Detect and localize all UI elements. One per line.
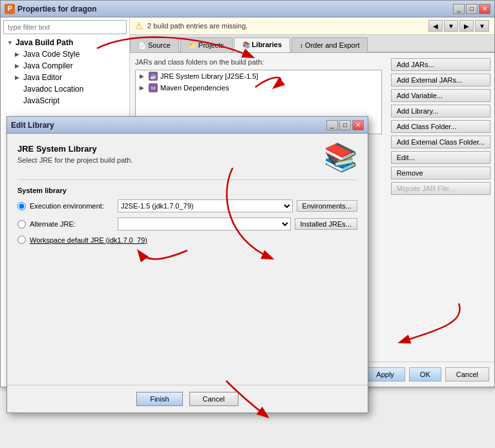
sidebar-label-javascript: JavaScript	[23, 96, 59, 105]
dialog-body: JRE System Library Select JRE for the pr…	[7, 134, 368, 385]
projects-tab-icon: 📁	[189, 42, 196, 49]
edit-library-dialog: Edit Library _ □ ✕ JRE System Library Se…	[6, 116, 368, 413]
sidebar-label-java-compiler: Java Compiler	[23, 61, 73, 70]
tab-order-export[interactable]: ↕ Order and Export	[291, 37, 368, 52]
remove-button[interactable]: Remove	[391, 167, 490, 179]
tab-source[interactable]: 📄 Source	[130, 37, 179, 52]
migrate-jar-button[interactable]: Migrate JAR File...	[391, 182, 490, 195]
tab-order-label: Order and Export	[305, 41, 359, 49]
alternate-jre-label: Alternate JRE:	[30, 220, 114, 228]
sidebar-label-java-editor: Java Editor	[23, 73, 62, 82]
dialog-minimize-button[interactable]: _	[326, 120, 338, 130]
sidebar-item-javascript[interactable]: JavaScript	[1, 95, 129, 107]
apply-button[interactable]: Apply	[365, 367, 405, 382]
add-class-folder-button[interactable]: Add Class Folder...	[391, 120, 490, 133]
workspace-jre-label: Workspace default JRE (jdk1.7.0_79)	[30, 236, 147, 244]
tab-projects[interactable]: 📁 Projects	[180, 37, 233, 52]
jar-expand-jre: ▶	[140, 73, 146, 79]
edit-button[interactable]: Edit...	[391, 151, 490, 164]
nav-dropdown-button[interactable]: ▼	[444, 20, 458, 32]
sidebar-item-javadoc[interactable]: Javadoc Location	[1, 83, 129, 95]
finish-button[interactable]: Finish	[136, 392, 182, 406]
tabs-bar: 📄 Source 📁 Projects 📚 Libraries ↕ Order …	[130, 35, 494, 53]
tab-projects-label: Projects	[198, 41, 224, 49]
dialog-close-button[interactable]: ✕	[352, 120, 364, 130]
expand-arrow-build: ▼	[7, 39, 14, 46]
add-jars-button[interactable]: Add JARs...	[391, 58, 490, 71]
dialog-footer: Finish Cancel	[7, 385, 368, 412]
sidebar-item-java-compiler[interactable]: ▶ Java Compiler	[1, 60, 129, 72]
side-buttons: Add JARs... Add External JARs... Add Var…	[387, 53, 494, 361]
sidebar-item-java-editor[interactable]: ▶ Java Editor	[1, 72, 129, 83]
execution-env-label: Execution environment:	[30, 202, 114, 210]
add-external-jars-button[interactable]: Add External JARs...	[391, 74, 490, 87]
jar-item-maven[interactable]: ▶ M Maven Dependencies	[136, 82, 381, 94]
add-variable-button[interactable]: Add Variable...	[391, 89, 490, 102]
tab-libraries[interactable]: 📚 Libraries	[234, 37, 290, 52]
title-bar-controls: _ □ ✕	[453, 4, 490, 14]
tab-libraries-label: Libraries	[252, 41, 282, 48]
execution-env-row: Execution environment: J2SE-1.5 (jdk1.7.…	[17, 199, 357, 212]
dialog-title-bar: Edit Library _ □ ✕	[7, 117, 368, 134]
ok-button[interactable]: OK	[409, 367, 441, 382]
jar-expand-maven: ▶	[140, 85, 146, 91]
libraries-tab-icon: 📚	[242, 41, 250, 48]
order-tab-icon: ↕	[300, 42, 303, 49]
filter-input[interactable]	[3, 20, 127, 34]
dialog-book-icon: 📚	[324, 141, 357, 173]
properties-title-bar: P Properties for dragon _ □ ✕	[1, 1, 494, 17]
nav-back-button[interactable]: ◀	[428, 20, 443, 32]
add-library-button[interactable]: Add Library...	[391, 105, 490, 117]
dialog-heading-area: JRE System Library Select JRE for the pr…	[17, 144, 133, 173]
environments-button[interactable]: Environments...	[297, 200, 357, 212]
nav-forward-button[interactable]: ▶	[459, 20, 474, 32]
info-bar: ⚠ 2 build path entries are missing. ◀ ▼ …	[130, 17, 494, 35]
sidebar-item-java-code-style[interactable]: ▶ Java Code Style	[1, 48, 129, 60]
dialog-cancel-button[interactable]: Cancel	[189, 392, 238, 406]
nav-forward-dropdown-button[interactable]: ▼	[475, 20, 489, 32]
content-label: JARs and class folders on the build path…	[135, 58, 382, 66]
close-button[interactable]: ✕	[479, 4, 490, 14]
properties-icon: P	[5, 4, 15, 14]
jar-icon-maven: M	[149, 83, 158, 92]
alternate-jre-row: Alternate JRE: Installed JREs...	[17, 218, 357, 230]
execution-env-select[interactable]: J2SE-1.5 (jdk1.7.0_79)	[118, 199, 293, 212]
warning-icon: ⚠	[135, 21, 143, 31]
jar-icon-jre: ☕	[149, 72, 158, 81]
maximize-button[interactable]: □	[466, 4, 478, 14]
jar-item-jre[interactable]: ▶ ☕ JRE System Library [J2SE-1.5]	[136, 70, 381, 82]
sidebar-label-javadoc: Javadoc Location	[23, 85, 83, 94]
dialog-title: Edit Library	[11, 121, 54, 130]
installed-jres-button[interactable]: Installed JREs...	[295, 218, 357, 230]
nav-arrows: ◀ ▼ ▶ ▼	[428, 20, 489, 32]
workspace-jre-radio[interactable]	[17, 236, 26, 244]
info-message: 2 build path entries are missing.	[147, 22, 247, 30]
expand-arrow-code-style: ▶	[15, 51, 21, 57]
sidebar-label-java-code-style: Java Code Style	[23, 50, 79, 59]
workspace-jre-row: Workspace default JRE (jdk1.7.0_79)	[17, 236, 357, 244]
execution-env-radio[interactable]	[17, 202, 26, 210]
alternate-jre-select[interactable]	[118, 218, 291, 230]
sidebar-item-java-build-path[interactable]: ▼ Java Build Path	[1, 37, 129, 48]
tab-source-label: Source	[148, 41, 171, 49]
source-tab-icon: 📄	[138, 42, 146, 49]
expand-arrow-compiler: ▶	[15, 63, 21, 69]
expand-arrow-editor: ▶	[15, 74, 21, 81]
dialog-divider	[17, 179, 357, 180]
minimize-button[interactable]: _	[453, 4, 465, 14]
dialog-maximize-button[interactable]: □	[339, 120, 351, 130]
dialog-title-controls: _ □ ✕	[326, 120, 364, 130]
jar-label-maven: Maven Dependencies	[160, 84, 229, 92]
jar-label-jre: JRE System Library [J2SE-1.5]	[160, 72, 258, 80]
alternate-jre-radio[interactable]	[17, 220, 26, 229]
dialog-title-left: Edit Library	[11, 121, 54, 130]
dialog-heading: JRE System Library	[17, 144, 133, 154]
sidebar-label-java-build-path: Java Build Path	[16, 38, 73, 47]
cancel-button[interactable]: Cancel	[445, 367, 489, 382]
title-bar-left: P Properties for dragon	[5, 4, 97, 14]
properties-title: Properties for dragon	[17, 5, 97, 14]
system-library-label: System library	[17, 187, 357, 194]
dialog-subtext: Select JRE for the project build path.	[17, 156, 133, 164]
add-external-class-folder-button[interactable]: Add External Class Folder...	[391, 136, 490, 148]
